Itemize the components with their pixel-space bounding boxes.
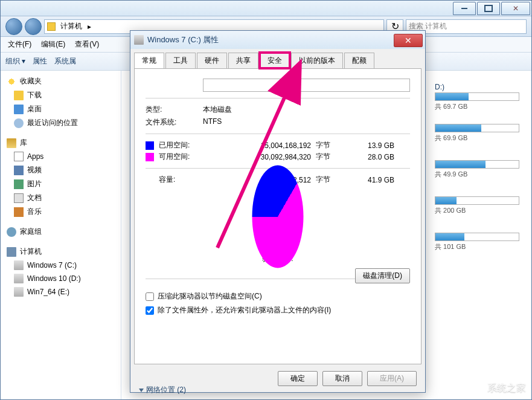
nav-pictures[interactable]: 图片 <box>1 177 121 191</box>
nav-apps[interactable]: Apps <box>1 150 121 163</box>
sysprops-button[interactable]: 系统属 <box>54 56 76 66</box>
back-button[interactable] <box>5 18 22 35</box>
fs-label: 文件系统: <box>146 117 203 127</box>
usage-pie-chart <box>146 191 410 251</box>
drive-icon <box>14 287 24 297</box>
nav-documents[interactable]: 文档 <box>1 191 121 205</box>
tab-quota[interactable]: 配额 <box>344 53 374 68</box>
dialog-close-button[interactable]: ✕ <box>394 34 423 47</box>
dialog-titlebar: Windows 7 (C:) 属性 ✕ <box>130 31 425 49</box>
capacity-label: 容量: <box>159 175 207 185</box>
music-icon <box>14 207 24 217</box>
compress-checkbox-row[interactable]: 压缩此驱动器以节约磁盘空间(C) <box>146 291 410 302</box>
nav-favorites[interactable]: 收藏夹 <box>1 74 121 88</box>
close-button[interactable]: ✕ <box>501 2 530 15</box>
apply-button[interactable]: 应用(A) <box>367 371 417 386</box>
forward-button[interactable] <box>25 18 42 35</box>
tab-hardware[interactable]: 硬件 <box>197 53 227 68</box>
general-panel: 类型:本地磁盘 文件系统:NTFS 已用空间: 15,004,168,192 字… <box>134 68 421 364</box>
ok-button[interactable]: 确定 <box>278 371 318 386</box>
cancel-button[interactable]: 取消 <box>322 371 362 386</box>
watermark-logo-icon <box>465 378 486 398</box>
maximize-button[interactable] <box>477 2 500 15</box>
properties-button[interactable]: 属性 <box>33 56 47 66</box>
volume-name-input[interactable] <box>203 79 410 92</box>
nav-downloads[interactable]: 下载 <box>1 88 121 102</box>
index-label: 除了文件属性外，还允许索引此驱动器上文件的内容(I) <box>158 305 331 315</box>
homegroup-icon <box>7 227 16 237</box>
menu-edit[interactable]: 编辑(E) <box>37 38 69 51</box>
disk-cleanup-button[interactable]: 磁盘清理(D) <box>355 268 410 283</box>
nav-drive-c[interactable]: Windows 7 (C:) <box>1 259 121 272</box>
capacity-unit: 字节 <box>316 175 352 185</box>
nav-drive-d[interactable]: Windows 10 (D:) <box>1 272 121 285</box>
nav-desktop[interactable]: 桌面 <box>1 102 121 116</box>
nav-homegroup[interactable]: 家庭组 <box>1 225 121 239</box>
drive-usage-bar <box>435 196 519 205</box>
properties-dialog: Windows 7 (C:) 属性 ✕ 常规 工具 硬件 共享 安全 以前的版本… <box>130 30 426 393</box>
compress-label: 压缩此驱动器以节约磁盘空间(C) <box>158 291 262 302</box>
capacity-gb: 41.9 GB <box>352 176 394 184</box>
dialog-buttons: 确定 取消 应用(A) <box>278 371 417 386</box>
free-gb: 28.0 GB <box>352 153 394 161</box>
tab-strip: 常规 工具 硬件 共享 安全 以前的版本 配额 <box>130 49 425 68</box>
explorer-titlebar: ✕ <box>1 1 531 16</box>
nav-drive-e[interactable]: Win7_64 (E:) <box>1 285 121 298</box>
fs-value: NTFS <box>203 117 222 127</box>
dialog-title: Windows 7 (C:) 属性 <box>147 34 219 45</box>
used-swatch <box>146 141 154 150</box>
nav-recent[interactable]: 最近访问的位置 <box>1 116 121 130</box>
tab-share[interactable]: 共享 <box>228 53 258 68</box>
used-bytes: 15,004,168,192 <box>207 141 316 150</box>
free-swatch <box>146 153 154 161</box>
minimize-button[interactable] <box>453 2 476 15</box>
watermark: 系统之家 <box>467 379 526 396</box>
pictures-icon <box>14 179 24 189</box>
tab-security[interactable]: 安全 <box>260 53 290 68</box>
documents-icon <box>14 193 24 203</box>
free-bytes: 30,092,984,320 <box>207 153 316 161</box>
index-checkbox[interactable] <box>146 306 154 315</box>
drive-free-text: 共 69.9 GB <box>435 134 519 143</box>
computer-icon <box>47 22 56 31</box>
watermark-text: 系统之家 <box>487 382 526 395</box>
free-unit: 字节 <box>316 152 352 162</box>
expand-icon <box>139 389 144 392</box>
network-location-heading[interactable]: 网络位置 (2) <box>139 385 186 395</box>
tab-previous-versions[interactable]: 以前的版本 <box>291 53 343 68</box>
drive-label: D:) <box>435 83 519 91</box>
recent-icon <box>14 118 24 128</box>
drive-usage-bar <box>435 160 519 169</box>
tab-tools[interactable]: 工具 <box>165 53 196 68</box>
folder-icon <box>14 91 24 100</box>
nav-video[interactable]: 视频 <box>1 163 121 177</box>
drive-free-text: 共 69.7 GB <box>435 102 519 111</box>
drive-usage-bar <box>435 233 519 241</box>
breadcrumb-segment[interactable]: 计算机 <box>58 21 85 31</box>
breadcrumb-chevron[interactable]: ▸ <box>85 22 94 31</box>
type-label: 类型: <box>146 105 203 115</box>
star-icon <box>7 77 16 86</box>
compress-checkbox[interactable] <box>146 292 154 301</box>
drive-icon <box>14 260 24 270</box>
organize-button[interactable]: 组织 ▾ <box>5 56 25 66</box>
library-icon <box>7 138 16 148</box>
menu-file[interactable]: 文件(F) <box>4 38 35 51</box>
drive-icon <box>134 35 144 45</box>
menu-view[interactable]: 查看(V) <box>71 38 103 51</box>
index-checkbox-row[interactable]: 除了文件属性外，还允许索引此驱动器上文件的内容(I) <box>146 305 410 315</box>
drive-free-text: 共 101 GB <box>435 242 519 251</box>
free-label: 可用空间: <box>159 152 207 162</box>
drive-free-text: 共 49.9 GB <box>435 170 519 179</box>
video-icon <box>14 166 24 175</box>
nav-libraries[interactable]: 库 <box>1 136 121 150</box>
desktop-icon <box>14 105 24 114</box>
drive-free-text: 共 200 GB <box>435 206 519 215</box>
tab-general[interactable]: 常规 <box>134 53 164 68</box>
nav-pane: 收藏夹 下载 桌面 最近访问的位置 库 Apps 视频 图片 文档 音乐 家庭组… <box>1 71 121 399</box>
used-gb: 13.9 GB <box>352 141 394 150</box>
nav-music[interactable]: 音乐 <box>1 205 121 219</box>
nav-computer[interactable]: 计算机 <box>1 245 121 259</box>
drive-usage-bar <box>435 124 519 132</box>
used-label: 已用空间: <box>159 140 207 150</box>
